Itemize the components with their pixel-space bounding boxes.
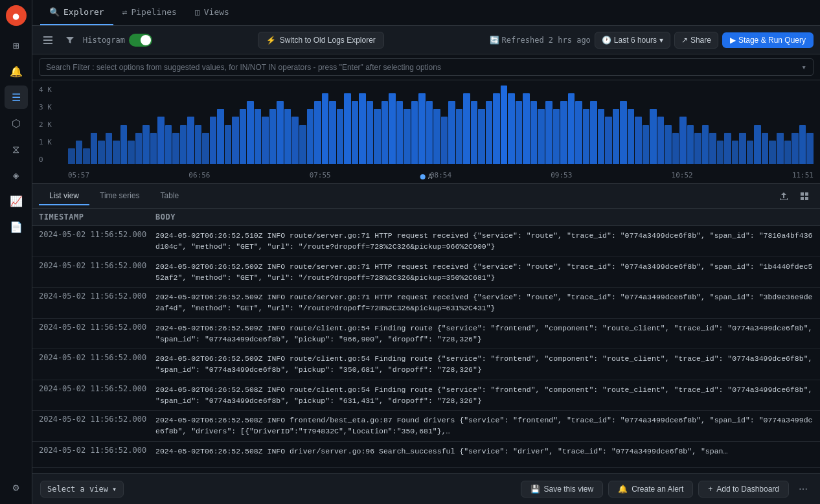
histogram-bar <box>404 109 411 164</box>
sidebar-item-security[interactable]: ◈ <box>5 163 28 187</box>
histogram-bar <box>195 125 202 165</box>
histogram-toggle[interactable] <box>129 34 152 47</box>
histogram-bar <box>202 133 209 164</box>
table-row[interactable]: 2024-05-02 11:56:52.0002024-05-02T06:26:… <box>32 288 820 319</box>
y-label-3k: 3 K <box>39 103 65 111</box>
histogram-bar <box>769 141 776 164</box>
histogram-bar <box>620 101 627 164</box>
cell-body: 2024-05-02T06:26:52.509Z INFO route/serv… <box>155 260 814 285</box>
toggle-thumb <box>141 35 151 45</box>
list-view-icon-btn[interactable] <box>39 31 57 49</box>
histogram-bar <box>702 125 709 165</box>
histogram-bar <box>76 141 83 164</box>
metrics-icon: ⬡ <box>12 117 21 130</box>
filter-icon-btn[interactable] <box>61 31 79 49</box>
select-view-dropdown[interactable]: Select a view ▾ <box>40 481 124 498</box>
histogram-bar <box>210 117 217 164</box>
histogram-bar <box>91 133 98 164</box>
table-row[interactable]: 2024-05-02 11:56:52.0002024-05-02T06:26:… <box>32 319 820 350</box>
cell-timestamp: 2024-05-02 11:56:52.000 <box>39 444 155 455</box>
histogram-bar <box>240 109 247 164</box>
histogram-bar <box>747 141 754 164</box>
histogram-bar <box>799 125 806 165</box>
sidebar-item-dashboard[interactable]: ⊞ <box>5 34 28 57</box>
ellipsis-icon: ⋯ <box>799 484 808 494</box>
histogram-bar <box>508 93 515 164</box>
sidebar-item-logs[interactable]: ☰ <box>5 86 28 109</box>
sidebar-item-metrics[interactable]: ⬡ <box>5 111 28 135</box>
histogram-bar <box>687 125 694 165</box>
cell-body: 2024-05-02T06:26:52.510Z INFO route/serv… <box>155 229 814 254</box>
view-actions <box>775 187 814 205</box>
time-range-btn[interactable]: 🕐 Last 6 hours ▾ <box>595 32 670 49</box>
play-icon: ▶ <box>730 36 736 45</box>
view-tab-list[interactable]: List view <box>39 187 89 205</box>
x-label-4: 09:53 <box>551 171 572 179</box>
histogram-bar <box>628 109 635 164</box>
table-row[interactable]: 2024-05-02 11:56:52.0002024-05-02T06:26:… <box>32 411 820 442</box>
histogram-bar <box>665 125 672 165</box>
table-row[interactable]: 2024-05-02 11:56:52.0002024-05-02T06:26:… <box>32 349 820 380</box>
docs-icon: 📄 <box>10 221 23 233</box>
refresh-icon: 🔄 <box>490 36 499 45</box>
toolbar: Histogram ⚡ Switch to Old Logs Explorer … <box>32 26 820 54</box>
histogram-bar <box>187 117 194 164</box>
view-tab-timeseries[interactable]: Time series <box>89 187 150 205</box>
toolbar-right: 🔄 Refreshed 2 hrs ago 🕐 Last 6 hours ▾ ↗… <box>490 32 814 49</box>
grid-view-icon-btn[interactable] <box>795 187 814 205</box>
histogram-bar <box>568 93 575 164</box>
table-row[interactable]: 2024-05-02 11:56:52.0002024-05-02T06:26:… <box>32 442 820 468</box>
table-row[interactable]: 2024-05-02 11:56:52.0002024-05-02T06:26:… <box>32 257 820 288</box>
logo-icon: ● <box>13 10 19 22</box>
logs-icon: ☰ <box>12 91 21 104</box>
search-input[interactable] <box>46 63 797 72</box>
histogram-bar <box>180 125 187 165</box>
sidebar-item-traces[interactable]: ⧖ <box>5 137 28 161</box>
bell-icon: 🔔 <box>10 65 23 78</box>
lightning-icon: ⚡ <box>266 36 276 45</box>
histogram-bar <box>299 125 306 165</box>
histogram-bar <box>694 133 701 164</box>
share-btn[interactable]: ↗ Share <box>674 32 718 49</box>
log-rows: 2024-05-02 11:56:52.0002024-05-02T06:26:… <box>32 226 820 468</box>
svg-rect-4 <box>805 192 808 196</box>
view-tab-table[interactable]: Table <box>150 187 190 205</box>
cell-body: 2024-05-02T06:26:52.509Z INFO route/clie… <box>155 321 814 347</box>
sidebar-item-analytics[interactable]: 📈 <box>5 189 28 212</box>
histogram-bar <box>478 109 485 164</box>
save-icon: 💾 <box>530 485 540 494</box>
histogram-bar <box>724 133 731 164</box>
switch-old-logs-btn[interactable]: ⚡ Switch to Old Logs Explorer <box>258 32 384 49</box>
add-dashboard-btn[interactable]: + Add to Dashboard <box>698 481 789 498</box>
tab-views[interactable]: ◫ Views <box>186 0 238 25</box>
table-row[interactable]: 2024-05-02 11:56:52.0002024-05-02T06:26:… <box>32 380 820 411</box>
histogram-bar <box>762 133 769 164</box>
sidebar-item-alerts[interactable]: 🔔 <box>5 60 28 83</box>
tab-explorer[interactable]: 🔍 Explorer <box>40 0 113 25</box>
histogram-bar <box>269 109 277 164</box>
histogram-bar <box>157 117 165 164</box>
more-options-btn[interactable]: ⋯ <box>794 480 812 498</box>
sidebar-logo[interactable]: ● <box>6 5 27 26</box>
export-icon-btn[interactable] <box>775 187 793 205</box>
create-alert-btn[interactable]: 🔔 Create an Alert <box>608 481 693 498</box>
histogram-bar <box>523 93 530 164</box>
histogram-bar <box>709 133 716 164</box>
x-label-0: 05:57 <box>68 171 89 179</box>
y-label-1k: 1 K <box>39 138 65 146</box>
histogram-bar <box>247 101 254 164</box>
run-query-btn[interactable]: ▶ Stage & Run Query <box>722 32 814 48</box>
log-table: Timestamp Body 2024-05-02 11:56:52.00020… <box>32 209 820 473</box>
histogram-bar <box>590 101 597 164</box>
histogram-bar <box>643 125 650 165</box>
histogram-bar <box>291 117 299 164</box>
toolbar-left: Histogram <box>39 31 152 49</box>
save-view-btn[interactable]: 💾 Save this view <box>521 481 604 498</box>
histogram-bar <box>605 117 612 164</box>
x-label-5: 10:52 <box>672 171 693 179</box>
sidebar-item-docs[interactable]: 📄 <box>5 215 28 238</box>
svg-rect-5 <box>801 197 804 200</box>
sidebar-item-settings[interactable]: ⚙ <box>5 475 28 499</box>
tab-pipelines[interactable]: ⇌ Pipelines <box>113 0 186 25</box>
table-row[interactable]: 2024-05-02 11:56:52.0002024-05-02T06:26:… <box>32 226 820 257</box>
